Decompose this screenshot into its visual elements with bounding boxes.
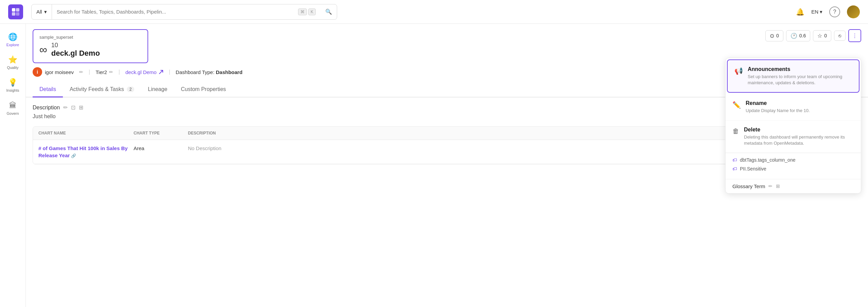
chart-name-link[interactable]: # of Games That Hit 100k in Sales By Rel… [38,145,134,159]
announcements-content: Announcements Set up banners to inform y… [748,66,852,86]
description-chat-icon[interactable]: ⊞ [79,104,83,111]
dropdown-item-rename[interactable]: ✏️ Rename Update Display Name for the 10… [726,94,861,120]
sidebar-item-label: Explore [6,43,19,47]
main-layout: 🌐 Explore ⭐ Quality 💡 Insights 🏛 Govern … [0,24,868,307]
kbd-cmd: ⌘ [298,8,307,15]
chevron-down-icon: ▾ [820,9,822,15]
search-bar: All ▾ ⌘ K 🔍 [31,4,337,20]
delete-desc: Deleting this dashboard will permanently… [744,134,854,146]
entity-source: sample_superset [39,35,141,40]
language-selector[interactable]: EN ▾ [811,9,822,15]
sidebar-item-explore[interactable]: 🌐 Explore [1,29,24,51]
glossary-chat-icon[interactable]: ⊞ [776,183,780,189]
rename-icon: ✏️ [732,101,741,114]
sidebar-item-govern[interactable]: 🏛 Govern [1,98,24,119]
left-sidebar: 🌐 Explore ⭐ Quality 💡 Insights 🏛 Govern [0,24,26,307]
dropdown-item-announcements[interactable]: 📢 Announcements Set up banners to inform… [727,59,860,93]
star-stat[interactable]: ☆ 0 [813,30,831,41]
insights-icon: 💡 [8,78,17,87]
edit-description-icon[interactable]: ✏ [63,104,68,111]
quality-icon: ⭐ [8,55,17,64]
kbd-k: K [308,8,316,15]
tab-lineage[interactable]: Lineage [141,82,174,97]
more-icon: ⋮ [852,33,857,39]
announcements-icon: 📢 [734,67,743,86]
star-count: 0 [824,33,827,38]
sidebar-item-quality[interactable]: ⭐ Quality [1,52,24,73]
search-input[interactable] [52,4,293,19]
svg-rect-2 [12,12,15,16]
delete-content: Delete Deleting this dashboard will perm… [744,127,854,146]
search-icon[interactable]: 🔍 [320,8,337,15]
edit-tier-icon[interactable]: ✏ [109,69,113,75]
sidebar-item-label: Govern [6,111,19,116]
edit-glossary-icon[interactable]: ✏ [768,183,772,189]
entity-external-link[interactable]: deck.gl Demo [125,69,163,75]
tab-activity-label: Activity Feeds & Tasks [70,86,124,92]
owner-initial: i [37,69,38,75]
sidebar-item-label: Quality [7,66,18,70]
app-logo[interactable] [8,4,23,19]
tab-lineage-label: Lineage [148,86,167,92]
panel-tags-section: 🏷 dbtTags.tags_column_one 🏷 PII.Sensitiv… [726,153,861,179]
dashboard-type-label: Dashboard Type: [176,69,214,75]
version-stat[interactable]: 🕐 0.6 [786,30,810,41]
glossary-section: Glossary Term ✏ ⊞ [726,179,861,193]
svg-rect-3 [16,12,19,16]
tab-activity[interactable]: Activity Feeds & Tasks 2 [63,82,141,97]
action-bar: ⊙ 0 🕐 0.6 ☆ 0 ⎋ ⋮ [765,29,861,42]
tag-icon-2: 🏷 [732,166,737,171]
entity-header-card: sample_superset ∞ 10 deck.gl Demo [33,29,148,63]
divider: | [169,69,170,75]
edit-owner-icon[interactable]: ✏ [79,69,83,75]
announcements-title: Announcements [748,66,852,72]
top-nav: All ▾ ⌘ K 🔍 🔔 EN ▾ ? [0,0,868,24]
search-keyboard-shortcut: ⌘ K [293,8,320,15]
help-button[interactable]: ? [829,6,840,17]
divider: | [119,69,120,75]
tab-custom-properties[interactable]: Custom Properties [174,82,233,97]
govern-icon: 🏛 [9,101,17,110]
chart-name-cell: # of Games That Hit 100k in Sales By Rel… [38,145,134,159]
svg-rect-0 [12,8,15,12]
sidebar-item-label: Insights [6,88,19,93]
rename-content: Rename Update Display Name for the 10. [746,100,854,114]
chart-external-link-icon[interactable]: 🔗 [71,154,76,158]
search-type-label: All [36,9,42,15]
dropdown-menu: 📢 Announcements Set up banners to inform… [725,58,861,194]
dropdown-item-delete[interactable]: 🗑 Delete Deleting this dashboard will pe… [726,121,861,153]
tag-row-2: 🏷 PII.Sensitive [732,166,854,171]
search-type-dropdown[interactable]: All ▾ [32,4,52,19]
explore-icon: 🌐 [8,33,17,41]
tag-row-1: 🏷 dbtTags.tags_column_one [732,157,854,163]
notifications-icon[interactable]: 🔔 [796,8,804,16]
tab-custom-label: Custom Properties [181,86,226,92]
svg-rect-1 [16,8,19,12]
tab-details[interactable]: Details [33,82,63,97]
chevron-down-icon: ▾ [44,9,47,15]
description-ai-icon[interactable]: ⊡ [71,104,75,111]
entity-info: 10 deck.gl Demo [51,42,100,58]
chart-desc-cell: No Description [188,145,760,151]
owner-info: i igor moiseev [33,67,74,77]
vote-stat[interactable]: ⊙ 0 [765,30,783,41]
dashboard-type: Dashboard Type: Dashboard [176,69,243,75]
sidebar-item-insights[interactable]: 💡 Insights [1,75,24,96]
nav-right-actions: 🔔 EN ▾ ? [796,5,860,18]
chart-name-text: # of Games That Hit 100k in Sales By Rel… [38,145,128,158]
tag-label-1: dbtTags.tags_column_one [740,157,795,163]
language-label: EN [811,9,818,15]
star-icon: ☆ [817,33,822,39]
tier-info: Tier2 ✏ [96,69,113,75]
chart-type-cell: Area [134,145,188,151]
share-button[interactable]: ⎋ [834,31,846,41]
more-actions-button[interactable]: ⋮ [848,29,861,42]
tab-details-label: Details [39,86,56,92]
link-label: deck.gl Demo [125,69,157,75]
description-label: Description [33,105,60,111]
vote-icon: ⊙ [770,33,774,39]
dashboard-type-value: Dashboard [216,69,242,75]
avatar[interactable] [847,5,860,18]
share-icon: ⎋ [838,33,841,38]
logo[interactable] [8,4,23,19]
